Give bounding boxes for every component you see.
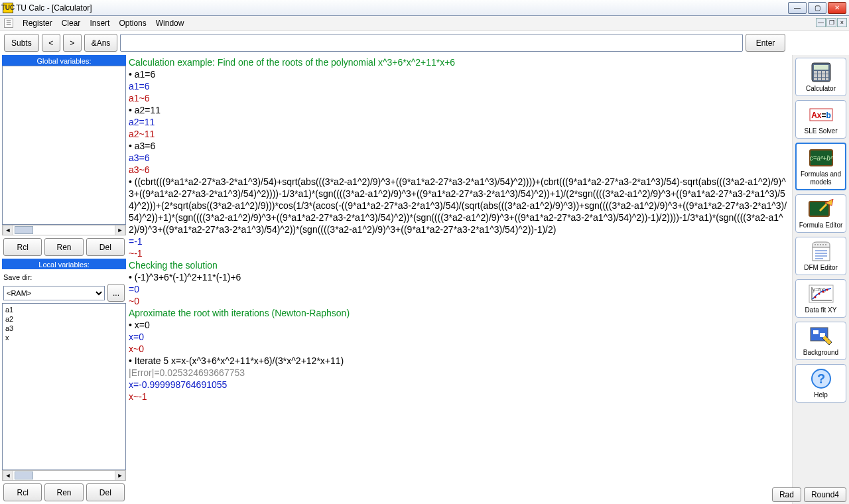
window-titlebar: TUC TU Calc - [Calculator] — ▢ ✕ (0, 0, 849, 16)
output-line: a3=6 (129, 152, 789, 164)
scroll-left-icon[interactable]: ◄ (3, 471, 13, 480)
tool-label: SLE Solver (804, 127, 837, 135)
global-vars-list[interactable] (2, 66, 126, 225)
mdi-close-button[interactable]: × (837, 18, 847, 27)
local-del-button[interactable]: Del (86, 483, 125, 501)
svg-rect-7 (818, 74, 821, 77)
scroll-thumb[interactable] (15, 472, 33, 479)
menu-window[interactable]: Window (156, 19, 184, 28)
svg-rect-10 (814, 78, 817, 80)
mdi-minimize-button[interactable]: — (816, 18, 826, 27)
global-scroll[interactable]: ◄ ► (2, 225, 126, 235)
maximize-button[interactable]: ▢ (808, 2, 826, 14)
tool-help[interactable]: ? Help (795, 364, 846, 403)
prev-button[interactable]: < (42, 34, 60, 52)
output-line: • a3=6 (129, 140, 789, 152)
enter-button[interactable]: Enter (746, 34, 785, 52)
tool-background[interactable]: Background (795, 322, 846, 360)
round-mode-button[interactable]: Round4 (804, 487, 846, 502)
menu-insert[interactable]: Insert (90, 19, 109, 28)
global-ren-button[interactable]: Ren (44, 238, 83, 256)
save-dir-select[interactable]: <RAM> (3, 286, 105, 300)
svg-rect-3 (818, 71, 821, 74)
tool-dfm-editor[interactable]: DFM Editor (795, 237, 846, 275)
tool-formulas-models[interactable]: c=a²+b² Formulas and models (795, 143, 846, 190)
svg-rect-39 (813, 330, 818, 334)
tool-label: Data fit XY (805, 306, 837, 314)
svg-rect-40 (820, 333, 825, 337)
svg-rect-8 (822, 74, 825, 77)
formula-editor-icon (808, 198, 834, 220)
calculator-icon (808, 61, 834, 84)
svg-point-27 (820, 244, 821, 245)
menu-bar: ☰ Register Clear Insert Options Window (0, 16, 849, 31)
scroll-right-icon[interactable]: ► (115, 225, 125, 235)
next-button[interactable]: > (63, 34, 82, 52)
local-rcl-button[interactable]: Rcl (3, 483, 42, 501)
local-scroll[interactable]: ◄ ► (2, 470, 126, 481)
local-vars-list[interactable]: a1 a2 a3 x (2, 303, 126, 470)
local-vars-header: Local variables: (2, 259, 126, 269)
window-title: TU Calc - [Calculator] (16, 3, 788, 13)
app-menu-icon[interactable]: ☰ (4, 19, 13, 28)
scroll-thumb[interactable] (15, 226, 33, 234)
expression-input[interactable] (120, 34, 743, 52)
mdi-restore-button[interactable]: ❐ (826, 18, 836, 27)
minimize-button[interactable]: — (788, 2, 807, 14)
scroll-left-icon[interactable]: ◄ (3, 225, 13, 235)
subts-button[interactable]: Subts (4, 34, 39, 52)
output-line: a1=6 (129, 80, 789, 92)
svg-rect-4 (822, 71, 825, 74)
close-button[interactable]: ✕ (828, 2, 846, 14)
tool-data-fit[interactable]: y=f(x) Data fit XY (795, 279, 846, 318)
svg-rect-18 (809, 202, 829, 216)
menu-clear[interactable]: Clear (62, 19, 81, 28)
svg-point-28 (822, 244, 824, 245)
svg-rect-13 (826, 78, 828, 80)
menu-options[interactable]: Options (119, 19, 146, 28)
output-line: • Iterate 5 x=x-(x^3+6*x^2+11*x+6)/(3*x^… (129, 355, 789, 367)
output-line: • a1=6 (129, 68, 789, 80)
output-line: x=0 (129, 331, 789, 343)
datafit-icon: y=f(x) (808, 283, 834, 305)
tool-calculator[interactable]: Calculator (795, 58, 846, 96)
ans-button[interactable]: &Ans (84, 34, 118, 52)
output-line: ~-1 (129, 247, 789, 259)
tool-sle-solver[interactable]: Ax=b SLE Solver (795, 100, 846, 139)
output-area[interactable]: Calculation example: Find one of the roo… (126, 55, 792, 504)
toolbar: Subts < > &Ans Enter (0, 31, 849, 55)
output-line: x~-1 (129, 391, 789, 403)
dfm-icon (808, 240, 834, 263)
svg-text:?: ? (816, 371, 824, 386)
list-item[interactable]: a2 (5, 314, 123, 324)
svg-point-26 (817, 244, 818, 245)
svg-rect-6 (814, 74, 817, 77)
local-ren-button[interactable]: Ren (44, 483, 83, 501)
tool-label: Formulas and models (798, 170, 844, 186)
global-del-button[interactable]: Del (86, 238, 125, 256)
output-line: |Error|=0.025324693667753 (129, 367, 789, 379)
save-dir-label: Save dir: (2, 269, 126, 283)
svg-point-36 (822, 291, 824, 293)
list-item[interactable]: x (5, 333, 123, 342)
angle-mode-button[interactable]: Rad (772, 487, 801, 502)
output-line: ~0 (129, 295, 789, 307)
browse-button[interactable]: ... (107, 284, 125, 302)
output-line: • x=0 (129, 319, 789, 331)
output-line: a1~6 (129, 92, 789, 104)
help-icon: ? (808, 367, 834, 390)
output-line: a2=11 (129, 116, 789, 128)
tool-formula-editor[interactable]: Formula Editor (795, 194, 846, 233)
list-item[interactable]: a1 (5, 305, 123, 314)
output-line: =-1 (129, 235, 789, 247)
output-line: x=-0.999998764691055 (129, 379, 789, 391)
menu-register[interactable]: Register (23, 19, 52, 28)
right-tool-panel: Calculator Ax=b SLE Solver c=a²+b² Formu… (792, 55, 849, 504)
svg-rect-2 (814, 71, 817, 74)
list-item[interactable]: a3 (5, 324, 123, 333)
scroll-right-icon[interactable]: ► (115, 471, 125, 480)
output-line: • a2=11 (129, 104, 789, 116)
svg-rect-5 (826, 71, 828, 74)
global-rcl-button[interactable]: Rcl (3, 238, 42, 256)
sle-icon: Ax=b (808, 103, 834, 126)
